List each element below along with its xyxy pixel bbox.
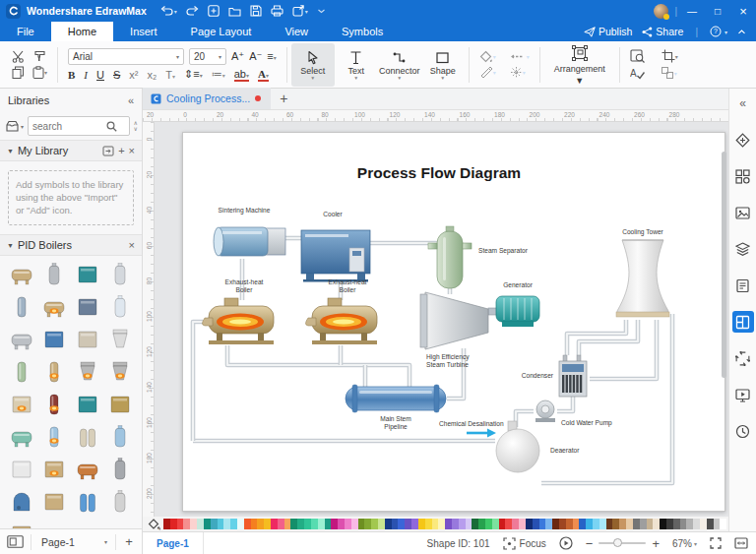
swatch[interactable] xyxy=(714,519,721,529)
bullet-list-button[interactable]: ≔▾ xyxy=(212,68,225,81)
add-library-button[interactable]: + xyxy=(118,145,124,156)
collapse-ribbon-button[interactable] xyxy=(737,29,746,35)
swatch[interactable] xyxy=(358,519,365,529)
library-search-box[interactable] xyxy=(28,116,130,136)
swatch[interactable] xyxy=(666,519,673,529)
pipe-connector[interactable] xyxy=(579,320,638,355)
line-spacing-button[interactable]: ⇕≡▾ xyxy=(184,68,203,81)
add-page-button[interactable]: + xyxy=(116,534,142,549)
decrease-font-button[interactable]: A⁻ xyxy=(249,50,262,63)
swatch[interactable] xyxy=(466,519,472,529)
tab-home[interactable]: Home xyxy=(51,22,113,41)
arrangement-button[interactable]: Arrangement▼ xyxy=(544,43,615,87)
node-chemical-desalination[interactable] xyxy=(467,429,496,438)
text-tool[interactable]: Text▼ xyxy=(335,43,378,87)
swatch[interactable] xyxy=(304,519,311,529)
swatch[interactable] xyxy=(251,519,258,529)
symbol-panel-olive[interactable] xyxy=(105,390,135,419)
pipe-connector[interactable] xyxy=(567,320,626,355)
symbol-boiler-teal-cabinet[interactable] xyxy=(73,390,102,419)
style-panel-button[interactable] xyxy=(732,129,754,151)
swatch[interactable] xyxy=(720,519,726,529)
symbol-fired-panel-tan[interactable] xyxy=(39,455,69,484)
swatch[interactable] xyxy=(499,519,506,529)
symbol-twin-silos-beige[interactable] xyxy=(73,422,102,452)
swatch[interactable] xyxy=(297,519,304,529)
swatch[interactable] xyxy=(197,519,204,529)
symbol-burner-dark-red[interactable] xyxy=(39,390,69,419)
swatch[interactable] xyxy=(445,519,452,529)
symbol-heat-exchanger-teal[interactable] xyxy=(7,422,36,452)
swatch[interactable] xyxy=(432,519,439,529)
swatch[interactable] xyxy=(653,519,660,529)
presentation-panel-button[interactable] xyxy=(732,384,754,405)
swatch[interactable] xyxy=(345,519,351,529)
select-tool[interactable]: Select▼ xyxy=(291,43,335,87)
page-preview-button[interactable] xyxy=(7,535,24,548)
pipe-connector[interactable] xyxy=(590,320,657,379)
maximize-button[interactable]: □ xyxy=(705,0,730,22)
symbol-vertical-vessel-blue[interactable] xyxy=(7,292,36,322)
swatch[interactable] xyxy=(325,519,332,529)
symbol-furnace-gray-1[interactable] xyxy=(73,357,102,387)
save-button[interactable] xyxy=(250,5,262,17)
swatch[interactable] xyxy=(700,519,707,529)
symbol-tank-farm-blue[interactable] xyxy=(73,487,102,517)
import-library-button[interactable] xyxy=(102,146,114,156)
swatch[interactable] xyxy=(230,519,237,529)
swatch[interactable] xyxy=(673,519,680,529)
shape-tool[interactable]: Shape▼ xyxy=(421,43,465,87)
swatch[interactable] xyxy=(411,519,418,529)
publish-button[interactable]: Publish xyxy=(584,26,632,37)
collapse-panel-button[interactable]: « xyxy=(128,94,134,106)
tab-insert[interactable]: Insert xyxy=(113,22,174,41)
symbol-silo-gray[interactable] xyxy=(105,455,135,484)
swatch[interactable] xyxy=(599,519,606,529)
focus-toggle[interactable]: Focus xyxy=(503,537,546,550)
swatch[interactable] xyxy=(459,519,466,529)
pipe-connector[interactable] xyxy=(557,397,573,411)
node-exhaust-heat-boiler-2[interactable] xyxy=(306,298,378,344)
node-cold-water-pump[interactable] xyxy=(536,400,555,422)
fit-panel-button[interactable] xyxy=(732,347,754,369)
swatch[interactable] xyxy=(237,519,244,529)
swatch[interactable] xyxy=(271,519,278,529)
library-list-button[interactable]: ▾ xyxy=(6,120,24,133)
node-cooler[interactable] xyxy=(301,230,370,282)
library-scroll-steppers[interactable]: ∧∨ xyxy=(134,120,138,132)
swatch[interactable] xyxy=(311,519,318,529)
connector-tool[interactable]: Connector▼ xyxy=(378,43,421,87)
picture-panel-button[interactable] xyxy=(732,202,754,223)
tab-view[interactable]: View xyxy=(268,22,325,41)
node-condenser[interactable] xyxy=(559,355,587,397)
swatch[interactable] xyxy=(612,519,619,529)
swatch[interactable] xyxy=(545,519,552,529)
library-search-input[interactable] xyxy=(32,121,103,132)
tab-page-layout[interactable]: Page Layout xyxy=(174,22,269,41)
undo-button[interactable]: ▾ xyxy=(160,6,177,17)
swatch[interactable] xyxy=(364,519,371,529)
swatch[interactable] xyxy=(559,519,566,529)
swatch[interactable] xyxy=(278,519,284,529)
pipe-connector[interactable] xyxy=(227,345,410,391)
swatch[interactable] xyxy=(573,519,580,529)
more-commands-chevron[interactable] xyxy=(317,7,326,15)
drawing-page[interactable]: Sintering Machine Cooler Steam Separator… xyxy=(182,132,725,512)
vertical-scrollbar[interactable] xyxy=(722,122,727,517)
pid-boilers-header[interactable]: ▼ PID Boilers × xyxy=(0,234,142,256)
swatch[interactable] xyxy=(512,519,519,529)
swatch[interactable] xyxy=(707,519,714,529)
symbol-cabinet-white[interactable] xyxy=(7,455,36,484)
swatch[interactable] xyxy=(693,519,700,529)
swatch[interactable] xyxy=(593,519,599,529)
find-replace-button[interactable] xyxy=(630,49,646,63)
my-library-header[interactable]: ▼ My Library + × xyxy=(0,140,142,161)
align-button[interactable]: ≡▾ xyxy=(267,50,276,62)
italic-button[interactable]: I xyxy=(84,69,88,81)
swatch[interactable] xyxy=(183,519,190,529)
zoom-level-select[interactable]: 67%▾ xyxy=(672,538,697,549)
subscript-button[interactable]: x₂ xyxy=(148,69,158,81)
swatch[interactable] xyxy=(660,519,666,529)
symbol-dome-kiln-blue[interactable] xyxy=(7,487,36,517)
symbol-fired-column-blue[interactable] xyxy=(39,422,69,452)
